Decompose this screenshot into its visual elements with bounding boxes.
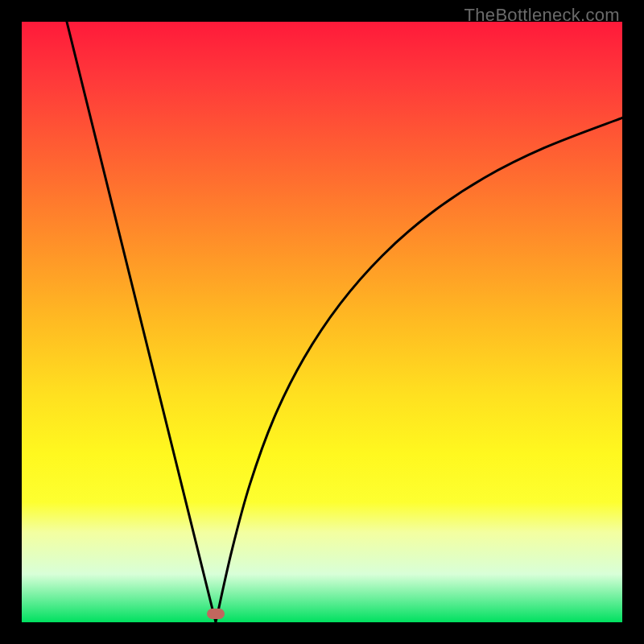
optimum-marker [207, 609, 225, 619]
watermark-text: TheBottleneck.com [464, 5, 620, 26]
gradient-plot-area [22, 22, 622, 622]
